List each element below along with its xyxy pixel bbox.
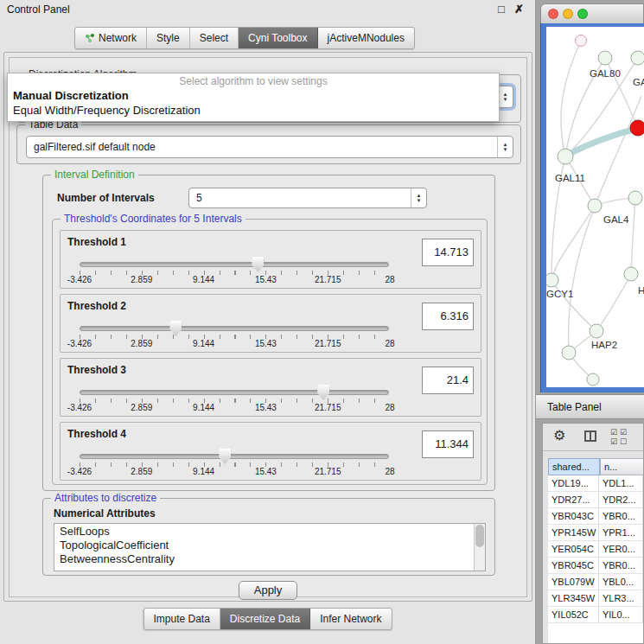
tab-style[interactable]: Style (147, 28, 190, 48)
table-row[interactable]: YDL19...YDL1... (548, 475, 643, 492)
threshold-slider-2[interactable] (80, 326, 389, 331)
cell[interactable]: YBL0... (599, 574, 643, 590)
list-item[interactable]: TopologicalCoefficient (54, 538, 485, 552)
node-hap2[interactable] (590, 324, 603, 338)
threshold-slider-1[interactable] (80, 262, 389, 267)
list-item[interactable]: SelfLoops (54, 524, 485, 538)
column-header-shared-name[interactable]: shared... (548, 458, 600, 475)
threshold-value-field[interactable]: 11.344 (422, 430, 474, 458)
highlighted-edge[interactable] (567, 129, 636, 155)
cell[interactable]: YPR145W (548, 525, 599, 541)
control-panel-tabbar: Network Style Select Cyni Toolbox jActiv… (74, 27, 415, 49)
node-gcy1[interactable] (546, 273, 558, 287)
cell[interactable]: YER0... (599, 541, 643, 558)
cell[interactable]: YBR043C (548, 508, 599, 525)
node[interactable] (576, 35, 587, 47)
node[interactable] (631, 51, 644, 65)
table-data-combobox[interactable]: galFiltered.sif default node ▲▼ (26, 136, 513, 158)
table-row[interactable]: YLR345WYLR3... (548, 590, 643, 607)
cell[interactable]: YPR1... (599, 525, 643, 541)
cell[interactable]: YDL19... (548, 475, 599, 492)
cell[interactable]: YBR0... (599, 508, 643, 525)
cell[interactable]: YIL0... (599, 607, 643, 623)
minimize-traffic-light-icon[interactable] (563, 9, 573, 19)
tab-impute-data[interactable]: Impute Data (143, 609, 220, 629)
table-row[interactable]: YER054CYER0... (548, 541, 643, 558)
network-window-titlebar[interactable] (540, 3, 644, 23)
tab-network[interactable]: Network (75, 28, 147, 48)
node-gal80[interactable] (598, 51, 612, 65)
cell[interactable]: YIL052C (548, 607, 599, 623)
tab-label: Select (200, 28, 228, 48)
number-of-intervals-value: 5 (189, 192, 411, 204)
node-gal11[interactable] (558, 149, 573, 164)
scale-label: 2.859 (131, 339, 152, 348)
close-icon[interactable]: ✗ (514, 3, 524, 16)
apply-button[interactable]: Apply (239, 581, 297, 600)
columns-icon[interactable] (584, 430, 596, 442)
checkbox-icon[interactable]: ☑ (620, 428, 629, 437)
cell[interactable]: YDR27... (548, 492, 599, 508)
node-label: GCY1 (546, 289, 573, 299)
table-row[interactable]: YBL079WYBL0... (548, 574, 643, 590)
combo-stepper-icon[interactable]: ▲▼ (411, 188, 426, 207)
network-canvas[interactable]: GAL80 GA GAL11 GAL4 GCY1 H HAP2 (546, 27, 644, 387)
tab-discretize-data[interactable]: Discretize Data (220, 609, 310, 629)
threshold-slider-3[interactable] (80, 390, 389, 395)
number-of-intervals-combobox[interactable]: 5 ▲▼ (188, 188, 427, 208)
cell[interactable]: YLR345W (548, 590, 599, 607)
cyni-panel-outer: Discretization Algorithm ▲▼ Table Data g… (3, 52, 532, 602)
tab-select[interactable]: Select (190, 28, 239, 48)
cell[interactable]: YDR2... (599, 492, 643, 508)
threshold-row-1: Threshold 1 -3.426 2.859 9.144 15.43 21.… (60, 230, 481, 289)
table-row[interactable]: YDR27...YDR2... (548, 492, 643, 508)
checkbox-icon[interactable]: ☐ (620, 437, 629, 447)
network-view-window: GAL80 GA GAL11 GAL4 GCY1 H HAP2 (540, 3, 644, 392)
tab-jactivemnodules[interactable]: jActiveMNodules (318, 28, 414, 48)
checkbox-icon[interactable]: ☑ (610, 428, 620, 437)
scale-label: 28 (385, 403, 394, 412)
scale-label: 21.715 (315, 467, 341, 476)
list-item[interactable]: BetweennessCentrality (54, 552, 485, 565)
table-row[interactable]: YBR043CYBR0... (548, 508, 643, 525)
table-row[interactable]: YBR045CYBR0... (548, 558, 643, 574)
float-window-icon[interactable]: □ (498, 3, 505, 16)
cell[interactable]: YDL1... (599, 475, 643, 492)
close-traffic-light-icon[interactable] (548, 9, 558, 19)
threshold-slider-4[interactable] (80, 454, 389, 459)
dropdown-option-equal-width[interactable]: Equal Width/Frequency Discretization (8, 103, 499, 118)
combo-stepper-icon[interactable]: ▲▼ (497, 137, 513, 157)
zoom-traffic-light-icon[interactable] (577, 9, 588, 19)
table-row[interactable]: YPR145WYPR1... (548, 525, 643, 541)
table-row[interactable]: YIL052CYIL0... (548, 607, 643, 623)
column-header-name[interactable]: n... (600, 458, 644, 475)
threshold-value-field[interactable]: 6.316 (422, 303, 474, 330)
tab-cyni-toolbox[interactable]: Cyni Toolbox (239, 28, 317, 48)
tab-infer-network[interactable]: Infer Network (310, 609, 391, 629)
scale-label: -3.426 (67, 275, 92, 284)
cell[interactable]: YBL079W (548, 574, 599, 590)
table-panel-header-bar[interactable]: Table Panel (536, 394, 644, 419)
table-panel-title: Table Panel (547, 395, 602, 419)
cell[interactable]: YBR0... (599, 558, 643, 574)
dropdown-option-manual-discretization[interactable]: Manual Discretization (8, 88, 499, 103)
gear-icon[interactable]: ⚙ (553, 427, 565, 443)
attributes-scrollbar[interactable] (474, 524, 485, 571)
scale-label: 15.43 (255, 339, 277, 348)
node-gal4[interactable] (588, 199, 602, 213)
threshold-value-field[interactable]: 21.4 (422, 367, 474, 394)
node[interactable] (587, 373, 599, 386)
threshold-label: Threshold 3 (67, 364, 126, 376)
threshold-value-field[interactable]: 14.713 (422, 239, 474, 266)
tab-label: Style (156, 28, 180, 48)
cell[interactable]: YLR3... (599, 590, 643, 607)
node[interactable] (628, 191, 642, 205)
checkbox-icon[interactable]: ☑ (610, 437, 620, 447)
cell[interactable]: YER054C (548, 541, 599, 558)
scrollbar-thumb[interactable] (475, 525, 484, 547)
tab-label: Infer Network (320, 609, 381, 629)
cell[interactable]: YBR045C (548, 558, 599, 574)
node-selected-red[interactable] (630, 120, 644, 136)
node[interactable] (562, 346, 576, 360)
node[interactable] (624, 267, 638, 281)
